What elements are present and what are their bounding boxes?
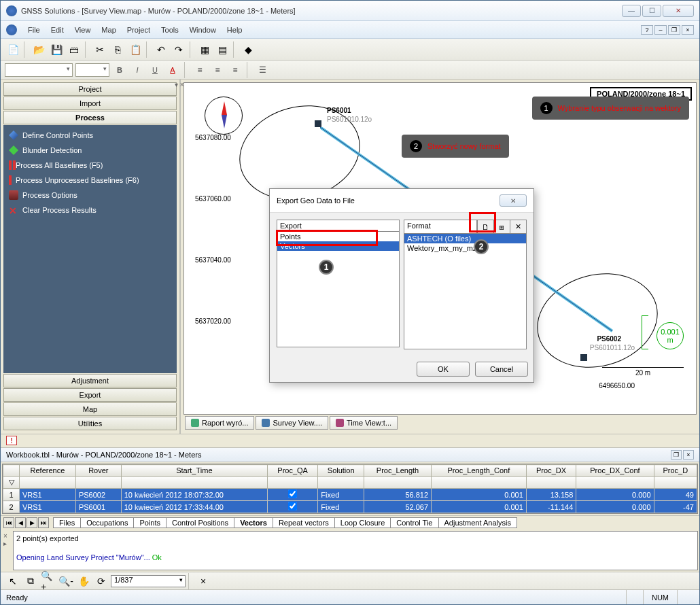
menu-edit[interactable]: Edit	[46, 24, 69, 35]
format-list[interactable]: ASHTECH (O files) Wektory_mx_my_mz	[404, 234, 527, 349]
cell[interactable]: 49	[654, 489, 697, 501]
zoom-combo[interactable]: 1/837	[111, 575, 186, 587]
sidebar-item-process-unprocessed[interactable]: Process Unprocessed Baselines (F6)	[5, 173, 175, 188]
tab-first-icon[interactable]: ⏮	[3, 517, 14, 528]
tab-time-view[interactable]: Time View:t...	[330, 416, 398, 430]
menu-map[interactable]: Map	[96, 24, 121, 35]
sidebar-header-export[interactable]: Export	[3, 388, 177, 402]
col-header[interactable]: Solution	[318, 465, 364, 477]
row-number[interactable]: 1	[3, 489, 20, 501]
cell[interactable]: 0.000	[576, 501, 654, 513]
menu-project[interactable]: Project	[122, 24, 156, 35]
ok-button[interactable]: OK	[417, 362, 470, 377]
align-left-icon[interactable]: ≡	[192, 63, 207, 77]
cell-checkbox[interactable]	[267, 489, 317, 501]
menu-view[interactable]: View	[69, 24, 97, 35]
wb-tab-repeat-vectors[interactable]: Repeat vectors	[273, 517, 335, 528]
zoom-out-icon[interactable]: 🔍-	[58, 573, 74, 589]
cell[interactable]: PS6002	[75, 489, 121, 501]
map-canvas[interactable]: POLAND/2000/zone 18~1 5637080.00 5637060…	[183, 82, 697, 415]
cell[interactable]: 56.812	[364, 489, 432, 501]
clear-icon[interactable]: ×	[195, 573, 211, 589]
sidebar-header-project[interactable]: Project	[3, 82, 177, 96]
wb-tab-loop-closure[interactable]: Loop Closure	[334, 517, 391, 528]
cell[interactable]: 13.158	[526, 489, 576, 501]
zoom-in-icon[interactable]: 🔍+	[40, 573, 56, 589]
save-icon[interactable]: 💾	[48, 41, 65, 58]
sidebar-item-clear-results[interactable]: ✕Clear Process Results	[5, 203, 175, 218]
sidebar-header-process[interactable]: Process	[3, 111, 177, 124]
undo-icon[interactable]: ↶	[153, 41, 169, 58]
grid-icon[interactable]: ▤	[214, 41, 230, 58]
close-button[interactable]: ✕	[663, 5, 694, 17]
align-right-icon[interactable]: ≡	[228, 63, 243, 77]
cancel-button[interactable]: Cancel	[475, 362, 528, 377]
open-icon[interactable]: 📂	[31, 41, 47, 58]
list-item-wektory[interactable]: Wektory_mx_my_mz	[404, 243, 526, 253]
cell[interactable]: VRS1	[20, 489, 76, 501]
rotate-icon[interactable]: ⟳	[93, 573, 109, 589]
layers-icon[interactable]: ▦	[196, 41, 213, 58]
sidebar-header-adjustment[interactable]: Adjustment	[3, 374, 177, 387]
dialog-close-button[interactable]: ✕	[500, 194, 527, 207]
col-header[interactable]: Proc_Length	[364, 465, 432, 477]
cell[interactable]: PS6001	[75, 501, 121, 513]
wb-tab-adjustment-analysis[interactable]: Adjustment Analysis	[438, 517, 517, 528]
font-color-icon[interactable]: A	[165, 63, 180, 77]
wb-close-button[interactable]: ×	[683, 450, 694, 460]
col-header[interactable]: Start_Time	[121, 465, 267, 477]
saveall-icon[interactable]: 🗃	[66, 41, 82, 58]
mdi-close-button[interactable]: ×	[682, 25, 694, 35]
log-output[interactable]: 2 point(s) exported Opening Land Survey …	[13, 531, 698, 570]
cell[interactable]: 52.067	[364, 501, 432, 513]
help-icon[interactable]: ?	[641, 25, 653, 35]
mdi-restore-button[interactable]: ❐	[668, 25, 680, 35]
cell[interactable]: 0.001	[432, 489, 527, 501]
bold-icon[interactable]: B	[112, 63, 127, 77]
cell-checkbox[interactable]	[267, 501, 317, 513]
wb-tab-vectors[interactable]: Vectors	[234, 517, 273, 528]
edit-format-button[interactable]: 🗉	[493, 220, 510, 233]
menu-tools[interactable]: Tools	[156, 24, 184, 35]
menu-help[interactable]: Help	[222, 24, 248, 35]
filter-row-icon[interactable]: ▽	[3, 477, 20, 489]
log-close-icon[interactable]: ×▸	[2, 531, 13, 570]
delete-format-button[interactable]: ✕	[510, 220, 526, 233]
cell[interactable]: 0.000	[576, 489, 654, 501]
menu-window[interactable]: Window	[184, 24, 222, 35]
sidebar-item-blunder[interactable]: Blunder Detection	[5, 143, 175, 158]
tab-last-icon[interactable]: ⏭	[38, 517, 49, 528]
point-marker-icon[interactable]	[315, 120, 321, 127]
col-header[interactable]: Reference	[20, 465, 76, 477]
menu-file[interactable]: File	[22, 24, 46, 35]
wb-restore-button[interactable]: ❐	[671, 450, 682, 460]
sidebar-header-utilities[interactable]: Utilities	[3, 417, 177, 430]
col-header[interactable]: Proc_Length_Conf	[432, 465, 527, 477]
tab-next-icon[interactable]: ▶	[27, 517, 37, 528]
pointer-icon[interactable]: ↖	[5, 573, 21, 589]
wb-tab-points[interactable]: Points	[133, 517, 167, 528]
bullets-icon[interactable]: ☰	[255, 63, 270, 77]
alert-icon[interactable]: !	[6, 436, 17, 445]
wb-tab-control-positions[interactable]: Control Positions	[166, 517, 234, 528]
mdi-minimize-button[interactable]: –	[654, 25, 667, 35]
sidebar-header-import[interactable]: Import	[3, 97, 177, 110]
cell[interactable]: Fixed	[318, 501, 364, 513]
maximize-button[interactable]: ☐	[642, 5, 661, 17]
row-number[interactable]: 2	[3, 501, 20, 513]
col-header[interactable]: Proc_D	[654, 465, 697, 477]
redo-icon[interactable]: ↷	[171, 41, 187, 58]
cell[interactable]: 0.001	[432, 501, 527, 513]
copy-icon[interactable]: ⎘	[109, 41, 126, 58]
col-header[interactable]: Proc_QA	[267, 465, 317, 477]
workbook-grid[interactable]: Reference Rover Start_Time Proc_QA Solut…	[2, 464, 698, 514]
sidebar-item-process-options[interactable]: Process Options	[5, 188, 175, 203]
zoom-window-icon[interactable]: ⧉	[22, 573, 39, 589]
cut-icon[interactable]: ✂	[92, 41, 108, 58]
sidebar-item-process-all[interactable]: Process All Baselines (F5)	[5, 158, 175, 173]
cell[interactable]: -11.144	[526, 501, 576, 513]
font-combo[interactable]	[5, 63, 73, 77]
paste-icon[interactable]: 📋	[127, 41, 143, 58]
table-row[interactable]: 2 VRS1 PS6001 10 kwiecień 2012 17:33:44.…	[3, 501, 697, 513]
wb-tab-occupations[interactable]: Occupations	[80, 517, 134, 528]
